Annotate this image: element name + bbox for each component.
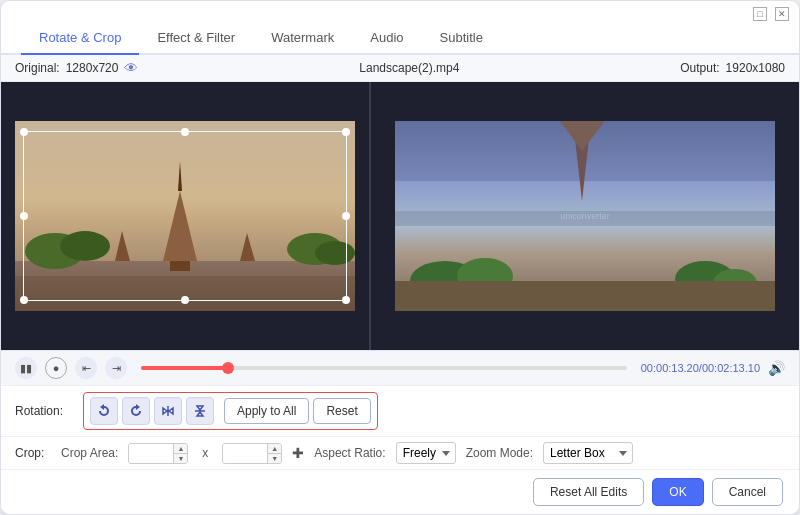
playback-bar: ▮▮ ● ⇤ ⇥ 00:00:13.20/00:02:13.10 🔊 (1, 350, 799, 385)
crop-height-input: 720 ▲ ▼ (222, 443, 282, 464)
output-label: Output: (680, 61, 719, 75)
crop-width-up[interactable]: ▲ (174, 444, 187, 454)
svg-rect-10 (170, 261, 190, 271)
crop-center-icon: ✚ (292, 445, 304, 461)
svg-point-4 (60, 231, 110, 261)
seek-progress (141, 366, 228, 370)
rotate-left-btn[interactable] (90, 397, 118, 425)
skip-forward-btn[interactable]: ⇥ (105, 357, 127, 379)
aspect-ratio-label: Aspect Ratio: (314, 446, 385, 460)
output-res: 1920x1080 (726, 61, 785, 75)
flip-vertical-btn[interactable] (186, 397, 214, 425)
crop-height-field[interactable]: 720 (223, 444, 267, 462)
svg-rect-24 (395, 281, 775, 311)
tab-watermark[interactable]: Watermark (253, 23, 352, 55)
flip-horizontal-btn[interactable] (154, 397, 182, 425)
crop-height-up[interactable]: ▲ (268, 444, 281, 454)
time-display: 00:00:13.20/00:02:13.10 (641, 362, 760, 374)
tab-rotate-crop[interactable]: Rotate & Crop (21, 23, 139, 55)
main-window: □ ✕ Rotate & Crop Effect & Filter Waterm… (0, 0, 800, 515)
minimize-btn[interactable]: □ (753, 7, 767, 21)
cancel-btn[interactable]: Cancel (712, 478, 783, 506)
record-btn[interactable]: ● (45, 357, 67, 379)
rotate-right-btn[interactable] (122, 397, 150, 425)
svg-rect-25 (395, 211, 775, 226)
title-bar: □ ✕ (1, 1, 799, 21)
skip-back-btn[interactable]: ⇤ (75, 357, 97, 379)
rotate-left-icon (97, 404, 111, 418)
svg-rect-1 (15, 121, 355, 211)
crop-height-down[interactable]: ▼ (268, 454, 281, 463)
tab-subtitle[interactable]: Subtitle (422, 23, 501, 55)
reset-rotation-btn[interactable]: Reset (313, 398, 370, 424)
x-separator: x (202, 446, 208, 460)
aspect-ratio-select[interactable]: Freely 16:9 4:3 1:1 9:16 (396, 442, 456, 464)
pause-btn[interactable]: ▮▮ (15, 357, 37, 379)
crop-width-arrows: ▲ ▼ (173, 444, 187, 463)
crop-width-field[interactable]: 1280 (129, 444, 173, 462)
apply-to-all-btn[interactable]: Apply to All (224, 398, 309, 424)
crop-section: Crop: Crop Area: 1280 ▲ ▼ x 720 ▲ ▼ ✚ As… (1, 436, 799, 469)
tabs-bar: Rotate & Crop Effect & Filter Watermark … (1, 23, 799, 55)
crop-height-arrows: ▲ ▼ (267, 444, 281, 463)
tab-audio[interactable]: Audio (352, 23, 421, 55)
rotation-label: Rotation: (15, 404, 75, 418)
rotate-right-icon (129, 404, 143, 418)
flip-vertical-icon (193, 404, 207, 418)
crop-width-input: 1280 ▲ ▼ (128, 443, 188, 464)
zoom-mode-label: Zoom Mode: (466, 446, 533, 460)
svg-rect-26 (395, 121, 775, 181)
flip-horizontal-icon (161, 404, 175, 418)
close-btn[interactable]: ✕ (775, 7, 789, 21)
rotation-section: Rotation: Apply t (1, 385, 799, 436)
crop-area-label: Crop Area: (61, 446, 118, 460)
seek-bar[interactable] (141, 366, 627, 370)
svg-point-6 (315, 241, 355, 265)
preview-area: uniconverter (1, 82, 799, 350)
preview-right: uniconverter (371, 82, 799, 350)
crop-width-down[interactable]: ▼ (174, 454, 187, 463)
crop-label: Crop: (15, 446, 51, 460)
left-scene-svg (15, 121, 355, 311)
svg-rect-14 (15, 276, 355, 311)
eye-icon[interactable]: 👁 (124, 60, 138, 76)
preview-left (1, 82, 371, 350)
volume-icon[interactable]: 🔊 (768, 360, 785, 376)
right-scene-svg (395, 121, 775, 311)
filename: Landscape(2).mp4 (144, 61, 674, 75)
zoom-mode-select[interactable]: Letter Box Pan & Scan Full (543, 442, 633, 464)
footer: Reset All Edits OK Cancel (1, 469, 799, 514)
rotation-controls: Apply to All Reset (83, 392, 378, 430)
original-label: Original: (15, 61, 60, 75)
seek-thumb (222, 362, 234, 374)
reset-all-edits-btn[interactable]: Reset All Edits (533, 478, 644, 506)
ok-btn[interactable]: OK (652, 478, 703, 506)
info-bar: Original: 1280x720 👁 Landscape(2).mp4 Ou… (1, 55, 799, 82)
original-res: 1280x720 (66, 61, 119, 75)
tab-effect-filter[interactable]: Effect & Filter (139, 23, 253, 55)
